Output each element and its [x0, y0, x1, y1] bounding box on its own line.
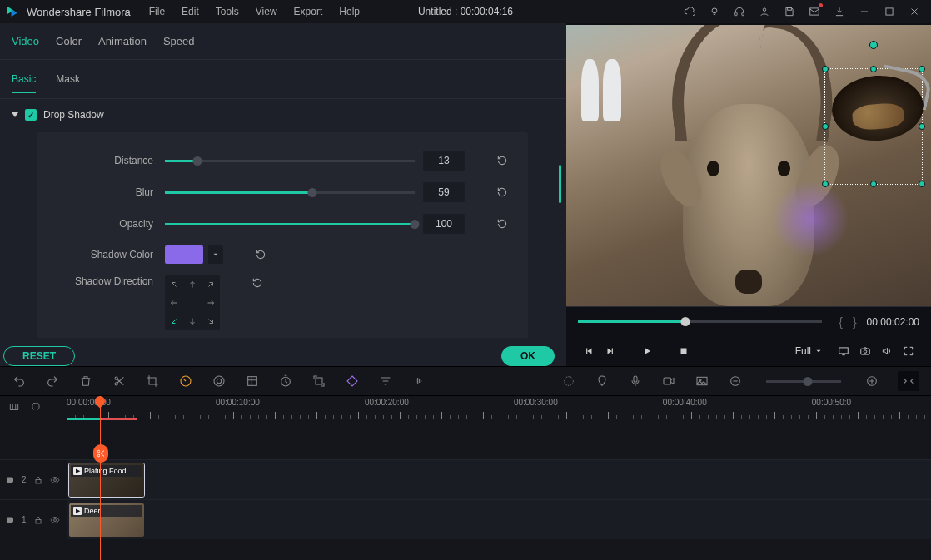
- shadow-direction-reset-icon[interactable]: [250, 275, 265, 290]
- panel-scroll-thumb[interactable]: [559, 165, 561, 203]
- lock-icon[interactable]: [33, 515, 43, 525]
- dir-n[interactable]: [183, 275, 202, 294]
- blur-reset-icon[interactable]: [495, 185, 510, 200]
- distance-slider[interactable]: [165, 152, 415, 169]
- marker-icon[interactable]: [595, 374, 610, 389]
- quality-dropdown[interactable]: Full: [795, 345, 823, 357]
- section-header[interactable]: ✓ Drop Shadow: [12, 109, 555, 121]
- speed-icon[interactable]: [178, 374, 193, 389]
- snapshot-icon[interactable]: [854, 340, 876, 362]
- mixer-icon[interactable]: [561, 374, 576, 389]
- window-close-icon[interactable]: [908, 5, 921, 18]
- dir-s[interactable]: [183, 312, 202, 330]
- ok-button[interactable]: OK: [501, 346, 555, 366]
- step-forward-icon[interactable]: [600, 340, 621, 362]
- split-marker-icon[interactable]: [93, 444, 108, 463]
- image-icon[interactable]: [695, 374, 709, 389]
- stop-icon[interactable]: [673, 340, 695, 362]
- time-icon[interactable]: [278, 374, 293, 389]
- dir-se[interactable]: [202, 312, 220, 330]
- resize-handle-tl[interactable]: [822, 66, 829, 72]
- play-icon[interactable]: [636, 340, 658, 362]
- dir-ne[interactable]: [202, 275, 220, 294]
- zoom-in-icon[interactable]: [864, 374, 879, 389]
- lock-icon[interactable]: [33, 475, 43, 485]
- step-back-icon[interactable]: [578, 340, 600, 362]
- voiceover-icon[interactable]: [628, 374, 643, 389]
- mark-in-icon[interactable]: {: [839, 315, 843, 329]
- fullscreen-icon[interactable]: [898, 340, 919, 362]
- playhead[interactable]: [100, 396, 101, 560]
- download-icon[interactable]: [833, 5, 846, 18]
- save-icon[interactable]: [783, 5, 796, 18]
- record-icon[interactable]: [661, 374, 676, 389]
- reset-button[interactable]: RESET: [3, 346, 75, 366]
- blur-slider[interactable]: [165, 184, 415, 201]
- headphones-icon[interactable]: [733, 5, 746, 18]
- dir-e[interactable]: [202, 294, 220, 312]
- dir-nw[interactable]: [165, 275, 183, 294]
- dir-w[interactable]: [165, 294, 183, 312]
- resize-handle-bc[interactable]: [870, 181, 877, 187]
- resize-handle-tr[interactable]: [919, 66, 925, 72]
- menu-help[interactable]: Help: [331, 6, 368, 17]
- section-collapse-icon[interactable]: [12, 112, 18, 117]
- color-icon[interactable]: [212, 374, 227, 389]
- filters-icon[interactable]: [378, 374, 393, 389]
- resize-handle-tc[interactable]: [870, 66, 877, 72]
- resize-handle-mr[interactable]: [919, 123, 925, 130]
- motion-icon[interactable]: [311, 374, 326, 389]
- tab-video[interactable]: Video: [12, 32, 39, 54]
- opacity-slider[interactable]: [165, 216, 415, 232]
- section-enable-checkbox[interactable]: ✓: [25, 109, 37, 121]
- visibility-icon[interactable]: [50, 515, 60, 525]
- opacity-value[interactable]: 100: [423, 214, 465, 234]
- cut-icon[interactable]: [112, 374, 127, 389]
- resize-handle-ml[interactable]: [822, 123, 829, 130]
- mail-icon[interactable]: [808, 5, 821, 18]
- menu-edit[interactable]: Edit: [173, 6, 207, 17]
- clip-deer[interactable]: ▶Deer: [69, 503, 144, 537]
- screen-icon[interactable]: [833, 340, 854, 362]
- subtab-basic[interactable]: Basic: [12, 70, 36, 93]
- resize-handle-bl[interactable]: [822, 181, 829, 187]
- magnet-icon[interactable]: [30, 401, 42, 415]
- zoom-out-icon[interactable]: [728, 374, 743, 389]
- green-screen-icon[interactable]: [245, 374, 260, 389]
- window-maximize-icon[interactable]: [883, 5, 896, 18]
- visibility-icon[interactable]: [50, 475, 60, 485]
- selection-box[interactable]: [824, 68, 923, 185]
- lightbulb-icon[interactable]: [708, 5, 721, 18]
- redo-icon[interactable]: [45, 374, 60, 389]
- cloud-icon[interactable]: [683, 5, 696, 18]
- crop-icon[interactable]: [145, 374, 160, 389]
- blur-value[interactable]: 59: [423, 182, 465, 202]
- tab-speed[interactable]: Speed: [163, 32, 195, 54]
- dir-sw[interactable]: [165, 312, 183, 330]
- shadow-color-reset-icon[interactable]: [253, 247, 268, 262]
- resize-handle-br[interactable]: [919, 181, 925, 187]
- zoom-fit-icon[interactable]: [898, 371, 919, 391]
- range-select-icon[interactable]: [8, 401, 20, 415]
- menu-file[interactable]: File: [141, 6, 173, 17]
- keyframe-icon[interactable]: [345, 374, 360, 389]
- opacity-reset-icon[interactable]: [495, 216, 510, 231]
- progress-track[interactable]: [578, 320, 822, 323]
- menu-tools[interactable]: Tools: [207, 6, 247, 17]
- distance-reset-icon[interactable]: [495, 153, 510, 168]
- audio-wave-icon[interactable]: [411, 374, 426, 389]
- shadow-color-dropdown[interactable]: [208, 245, 223, 264]
- subtab-mask[interactable]: Mask: [56, 70, 80, 93]
- tab-animation[interactable]: Animation: [98, 32, 147, 54]
- ruler[interactable]: 00:00:00:0000:00:10:0000:00:20:0000:00:3…: [0, 396, 931, 419]
- volume-icon[interactable]: [876, 340, 898, 362]
- zoom-slider[interactable]: [766, 380, 841, 383]
- menu-view[interactable]: View: [247, 6, 286, 17]
- rotate-handle[interactable]: [869, 41, 878, 49]
- window-minimize-icon[interactable]: [858, 5, 871, 18]
- clip-plating-food[interactable]: ▶Plating Food: [69, 463, 144, 497]
- tab-color[interactable]: Color: [56, 32, 82, 54]
- shadow-color-swatch[interactable]: [165, 245, 203, 264]
- undo-icon[interactable]: [12, 374, 27, 389]
- menu-export[interactable]: Export: [286, 6, 331, 17]
